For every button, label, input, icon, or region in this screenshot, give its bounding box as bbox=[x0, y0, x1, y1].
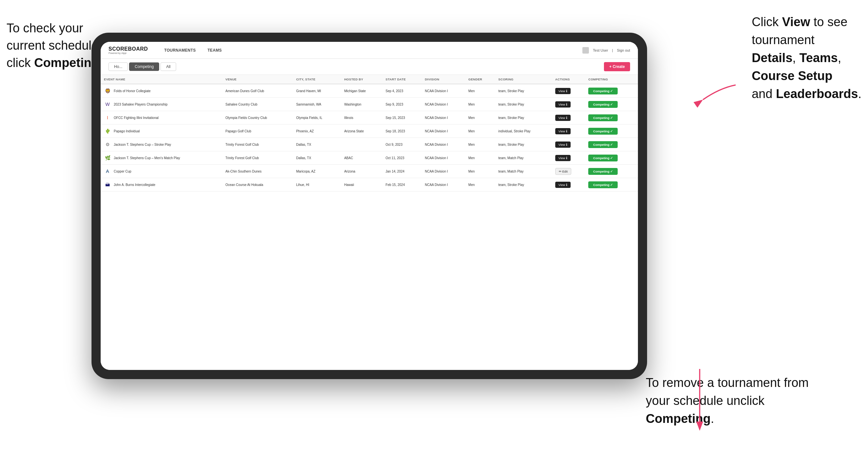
event-name-text: Folds of Honor Collegiate bbox=[114, 89, 151, 93]
cell-competing: Competing ✓ bbox=[585, 178, 638, 191]
cell-start-date: Sep 18, 2023 bbox=[382, 125, 422, 138]
view-button[interactable]: View ℹ bbox=[555, 101, 570, 107]
cell-city: Lihue, HI bbox=[293, 178, 341, 191]
view-button[interactable]: View ℹ bbox=[555, 155, 570, 161]
sign-out-link[interactable]: Sign out bbox=[617, 49, 630, 52]
event-name-text: John A. Burns Intercollegiate bbox=[114, 183, 155, 187]
user-icon bbox=[582, 47, 589, 54]
table-row: I OFCC Fighting Illini Invitational Olym… bbox=[101, 111, 638, 125]
cell-hosted bbox=[341, 138, 382, 151]
cell-actions: View ℹ bbox=[552, 111, 585, 125]
competing-button[interactable]: Competing ✓ bbox=[588, 181, 618, 188]
competing-button[interactable]: Competing ✓ bbox=[588, 168, 618, 175]
arrow-to-competing-column bbox=[691, 366, 708, 431]
cell-venue: Sahalee Country Club bbox=[222, 98, 293, 111]
cell-city: Maricopa, AZ bbox=[293, 165, 341, 178]
nav-tournaments[interactable]: TOURNAMENTS bbox=[158, 42, 202, 59]
team-logo: 🌿 bbox=[104, 154, 111, 161]
view-button[interactable]: View ℹ bbox=[555, 142, 570, 148]
cell-hosted: ABAC bbox=[341, 151, 382, 165]
competing-button[interactable]: Competing ✓ bbox=[588, 101, 618, 108]
cell-venue: Ak-Chin Southern Dunes bbox=[222, 165, 293, 178]
table-row: ⚙ Jackson T. Stephens Cup – Stroke Play … bbox=[101, 138, 638, 151]
cell-gender: Men bbox=[465, 125, 495, 138]
cell-competing: Competing ✓ bbox=[585, 111, 638, 125]
table-row: 🦁 Folds of Honor Collegiate American Dun… bbox=[101, 84, 638, 98]
table-row: 🌿 Jackson T. Stephens Cup – Men's Match … bbox=[101, 151, 638, 165]
view-button[interactable]: View ℹ bbox=[555, 115, 570, 121]
col-scoring: SCORING bbox=[495, 75, 552, 84]
cell-division: NCAA Division I bbox=[422, 178, 465, 191]
tournaments-table: EVENT NAME VENUE CITY, STATE HOSTED BY S… bbox=[101, 75, 638, 191]
table-row: 🌵 Papago Individual Papago Golf Club Pho… bbox=[101, 125, 638, 138]
competing-button[interactable]: Competing ✓ bbox=[588, 114, 618, 121]
cell-scoring: team, Match Play bbox=[495, 165, 552, 178]
nav-teams[interactable]: TEAMS bbox=[202, 42, 228, 59]
col-hosted-by: HOSTED BY bbox=[341, 75, 382, 84]
cell-event-name: I OFCC Fighting Illini Invitational bbox=[101, 111, 222, 125]
cell-venue: Trinity Forest Golf Club bbox=[222, 138, 293, 151]
tablet-screen: SCOREBOARD Powered by clippi TOURNAMENTS… bbox=[101, 42, 638, 370]
team-logo: I bbox=[104, 114, 111, 121]
cell-venue: Papago Golf Club bbox=[222, 125, 293, 138]
annotation-bottom-right: To remove a tournament from your schedul… bbox=[646, 374, 829, 428]
filter-bar: Ho... Competing All + Create bbox=[101, 59, 638, 75]
col-start-date: START DATE bbox=[382, 75, 422, 84]
cell-actions: View ℹ bbox=[552, 98, 585, 111]
cell-scoring: team, Stroke Play bbox=[495, 178, 552, 191]
user-label: Test User bbox=[593, 49, 608, 52]
team-logo: ⚙ bbox=[104, 141, 111, 148]
cell-competing: Competing ✓ bbox=[585, 138, 638, 151]
annotation-click-competing: click Competing. bbox=[6, 56, 102, 70]
col-actions: ACTIONS bbox=[552, 75, 585, 84]
cell-scoring: team, Stroke Play bbox=[495, 84, 552, 98]
tab-all[interactable]: All bbox=[160, 62, 176, 71]
cell-division: NCAA Division I bbox=[422, 138, 465, 151]
cell-actions: View ℹ bbox=[552, 151, 585, 165]
create-button[interactable]: + Create bbox=[604, 62, 630, 71]
col-city-state: CITY, STATE bbox=[293, 75, 341, 84]
competing-button[interactable]: Competing ✓ bbox=[588, 88, 618, 94]
cell-division: NCAA Division I bbox=[422, 111, 465, 125]
cell-city: Dallas, TX bbox=[293, 151, 341, 165]
tablet: SCOREBOARD Powered by clippi TOURNAMENTS… bbox=[92, 33, 647, 379]
cell-gender: Men bbox=[465, 178, 495, 191]
arrow-to-view-button bbox=[700, 79, 739, 104]
cell-scoring: individual, Stroke Play bbox=[495, 125, 552, 138]
cell-start-date: Oct 11, 2023 bbox=[382, 151, 422, 165]
col-event-name: EVENT NAME bbox=[101, 75, 222, 84]
cell-event-name: 🌵 Papago Individual bbox=[101, 125, 222, 138]
tab-home[interactable]: Ho... bbox=[108, 62, 128, 71]
cell-venue: Ocean Course At Hokuala bbox=[222, 178, 293, 191]
tab-competing[interactable]: Competing bbox=[129, 62, 159, 71]
col-venue: VENUE bbox=[222, 75, 293, 84]
event-name-text: 2023 Sahalee Players Championship bbox=[114, 103, 168, 106]
competing-button[interactable]: Competing ✓ bbox=[588, 128, 618, 135]
team-logo: 🦁 bbox=[104, 87, 111, 94]
cell-scoring: team, Stroke Play bbox=[495, 98, 552, 111]
annotation-top-left: To check your current schedule, click Co… bbox=[6, 20, 102, 72]
team-logo: 🏔 bbox=[104, 181, 111, 188]
competing-button[interactable]: Competing ✓ bbox=[588, 155, 618, 161]
cell-start-date: Sep 4, 2023 bbox=[382, 84, 422, 98]
cell-division: NCAA Division I bbox=[422, 84, 465, 98]
cell-gender: Men bbox=[465, 151, 495, 165]
scoreboard-logo: SCOREBOARD Powered by clippi bbox=[108, 46, 148, 54]
navbar: SCOREBOARD Powered by clippi TOURNAMENTS… bbox=[101, 42, 638, 59]
view-button[interactable]: View ℹ bbox=[555, 128, 570, 134]
view-button[interactable]: View ℹ bbox=[555, 88, 570, 94]
cell-competing: Competing ✓ bbox=[585, 98, 638, 111]
annotation-top-right: Click View to see tournament Details, Te… bbox=[752, 13, 862, 103]
cell-actions: View ℹ bbox=[552, 138, 585, 151]
table-header: EVENT NAME VENUE CITY, STATE HOSTED BY S… bbox=[101, 75, 638, 84]
cell-actions: View ℹ bbox=[552, 84, 585, 98]
nav-items: TOURNAMENTS TEAMS bbox=[158, 42, 583, 59]
cell-division: NCAA Division I bbox=[422, 151, 465, 165]
cell-actions: View ℹ bbox=[552, 125, 585, 138]
view-button[interactable]: View ℹ bbox=[555, 182, 570, 188]
cell-division: NCAA Division I bbox=[422, 165, 465, 178]
competing-button[interactable]: Competing ✓ bbox=[588, 141, 618, 148]
edit-button[interactable]: ✏ Edit bbox=[555, 168, 571, 175]
cell-event-name: 🏔 John A. Burns Intercollegiate bbox=[101, 178, 222, 191]
cell-city: Olympia Fields, IL bbox=[293, 111, 341, 125]
